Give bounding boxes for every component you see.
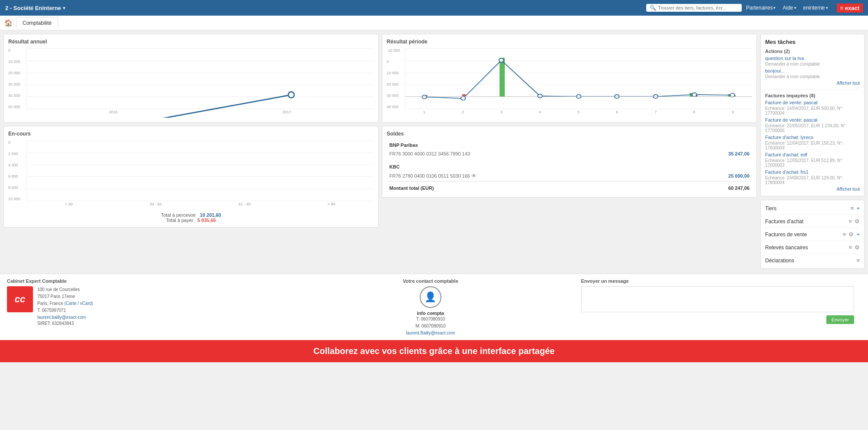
total-payer-value: 5 835,66 [197,218,216,223]
total-percevoir-label: Total à percevoir [161,212,196,218]
cabinet-email-link[interactable]: laurent.bailly@exact.com [37,315,86,320]
contact-mobile: M: 0607080910 [294,323,567,330]
main-content: Résultat annuel 50 000 40 000 30 000 20 … [0,30,868,274]
nav-user[interactable]: eninterne ▾ [803,5,828,11]
list-icon-releves[interactable]: ≡ [848,244,852,251]
quick-link-factures-vente-actions: ≡ ⚙ + [843,231,860,238]
breadcrumb: 🏠 Comptabilité [0,16,868,30]
periode-bar-group-6 [599,48,635,96]
list-icon-factures-vente[interactable]: ≡ [843,231,846,238]
encours-y-labels: 10 000 8 000 6 000 4 000 2 000 0 [8,140,26,201]
facture-link-4[interactable]: Facture d'achat: edf [765,152,860,157]
comptabilite-tab[interactable]: Comptabilité [16,17,58,29]
bank-name-bnp: BNP Paribas [388,141,673,149]
quick-link-declarations: Déclarations ≡ [765,254,860,267]
footer-cabinet: Cabinet Expert Comptable cc 100 rue de C… [7,278,287,336]
list-icon-declarations[interactable]: ≡ [856,257,860,264]
en-cours-panel: En-cours 10 000 8 000 6 000 4 000 2 000 … [3,126,378,228]
banner-text: Collaborez avec vos clients grâce à une … [313,346,555,356]
encours-x-labels: < 30 30 - 50 61 - 90 > 90 [26,202,374,210]
facture-link-3[interactable]: Facture d'achat: lyreco [765,135,860,140]
total-amount: 60 247,06 [674,184,751,192]
resultat-annuel-chart: 50 000 40 000 30 000 20 000 10 000 0 [8,48,374,118]
search-input[interactable] [658,5,738,10]
list-icon-tiers[interactable]: ≡ [851,205,854,212]
company-caret-icon: ▾ [63,6,65,10]
bar-p3-green [500,58,505,96]
bank-iban-bnp: FR76 3000 4000 0312 3456 7890 143 35 247… [388,150,751,158]
quick-link-tiers-label: Tiers [765,205,776,212]
action-link-1[interactable]: question sur la tva [765,56,860,61]
right-panels: Résultat période 40 000 30 000 20 000 10… [382,34,757,270]
periode-x-labels: 1 2 3 4 5 6 7 8 9 [405,110,752,118]
address-line1: 100 rue de Courcelles [37,286,93,293]
quick-links-panel: Tiers ≡ + Factures d'achat ≡ ⚙ Factures … [760,200,865,269]
facture-link-1[interactable]: Facture de vente: pascal [765,100,860,105]
quick-link-factures-vente-label: Factures de vente [765,232,807,238]
message-textarea[interactable] [581,286,854,312]
list-icon-factures-achat[interactable]: ≡ [848,218,852,225]
periode-bar-group-2 [446,48,482,96]
search-bar[interactable]: 🔍 [646,4,742,12]
y-axis-labels: 50 000 40 000 30 000 20 000 10 000 0 [8,48,26,109]
exact-logo: = exact [837,3,863,13]
footer: Cabinet Expert Comptable cc 100 rue de C… [0,274,868,340]
contact-name: info compta [294,311,567,316]
gear-icon-releves[interactable]: ⚙ [855,244,860,251]
total-payer-label: Total à payer [166,218,194,223]
contact-email-link[interactable]: laurent.Bailly@exact.com [406,331,455,335]
address-line2: 75017 Paris 17eme [37,293,93,300]
quick-link-tiers: Tiers ≡ + [765,202,860,215]
bank-row-kbc: KBC [388,163,751,171]
facture-link-2[interactable]: Facture de vente: pascal [765,117,860,122]
iban-bnp: FR76 3000 4000 0312 3456 7890 143 [388,150,673,158]
afficher-tout-actions[interactable]: Afficher tout [765,81,860,86]
footer-message: Envoyer un message Envoyer [574,278,861,336]
plus-icon-factures-vente[interactable]: + [856,231,860,238]
carte-vcard-link[interactable]: (Carte / vCard) [64,301,93,306]
message-title: Envoyer un message [581,278,854,284]
total-row: Montant total (EUR) 60 247,06 [388,184,751,192]
nav-partenaires[interactable]: Partenaires ▾ [746,5,776,11]
periode-bars [405,48,752,96]
plus-icon-tiers[interactable]: + [856,205,860,212]
encours-bars [27,140,374,201]
mes-taches-title: Mes tâches [765,39,860,45]
resultat-annuel-panel: Résultat annuel 50 000 40 000 30 000 20 … [3,34,378,122]
afficher-tout-factures[interactable]: Afficher tout [765,187,860,192]
company-selector[interactable]: 2 - Société Eninterne ▾ [5,5,65,11]
facture-sub-4: Echéance: 12/05/2017, EUR 512,89, N°: 17… [765,158,860,168]
resultat-annuel-title: Résultat annuel [8,39,374,45]
actions-section-title: Actions (2) [765,49,860,54]
periode-bar-group-9 [714,48,750,96]
periode-bar-group-3 [484,48,520,96]
top-navigation: 2 - Société Eninterne ▾ 🔍 Partenaires ▾ … [0,0,868,16]
home-icon[interactable]: 🏠 [4,19,13,27]
facture-sub-3: Echéance: 12/04/2017, EUR 158,23, N°: 17… [765,141,860,150]
periode-bar-group-5 [561,48,597,96]
periode-y-labels: 40 000 30 000 20 000 10 000 0 -10 000 [387,48,404,109]
bar-p8-green [690,93,693,96]
resultat-periode-chart: 40 000 30 000 20 000 10 000 0 -10 000 [387,48,752,118]
send-button[interactable]: Envoyer [826,315,854,324]
nav-aide[interactable]: Aide ▾ [783,5,796,11]
company-name: 2 - Société Eninterne [5,5,61,11]
contact-phone: T: 0607080910 [294,316,567,323]
accountant-info: cc 100 rue de Courcelles 75017 Paris 17e… [7,286,280,327]
facture-link-5[interactable]: Facture d'achat: frs1 [765,169,860,175]
quick-link-releves: Relevés bancaires ≡ ⚙ [765,241,860,254]
en-cours-title: En-cours [8,131,374,137]
bank-name-kbc: KBC [388,163,673,171]
action-link-2[interactable]: bonjour... [765,68,860,73]
address-line3: Paris, France [37,301,64,306]
gear-icon-factures-achat[interactable]: ⚙ [855,218,860,225]
gear-icon-factures-vente[interactable]: ⚙ [848,231,854,238]
soldes-title: Soldes [387,131,752,137]
search-icon: 🔍 [650,5,656,11]
amount-bnp: 35 247,06 [674,150,751,158]
amount-kbc: 25 000,00 [674,172,751,180]
action-sub-1: Demander à mon comptable [765,62,860,66]
facture-sub-2: Echéance: 22/05/2017, EUR 1 234,00, N°: … [765,123,860,133]
periode-bar-group-8 [676,48,712,96]
cabinet-phone: T. 0675997071 [37,307,93,314]
